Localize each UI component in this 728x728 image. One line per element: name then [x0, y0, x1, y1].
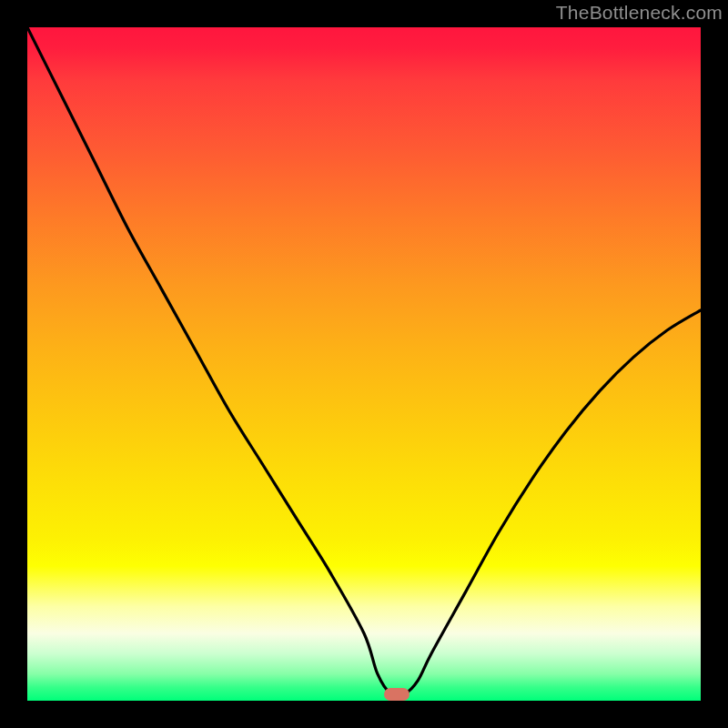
optimum-marker — [384, 688, 410, 701]
watermark-text: TheBottleneck.com — [556, 2, 723, 24]
curve-svg — [27, 27, 701, 701]
bottleneck-curve — [27, 27, 701, 696]
plot-area — [27, 27, 701, 701]
chart-frame: TheBottleneck.com — [0, 0, 728, 728]
